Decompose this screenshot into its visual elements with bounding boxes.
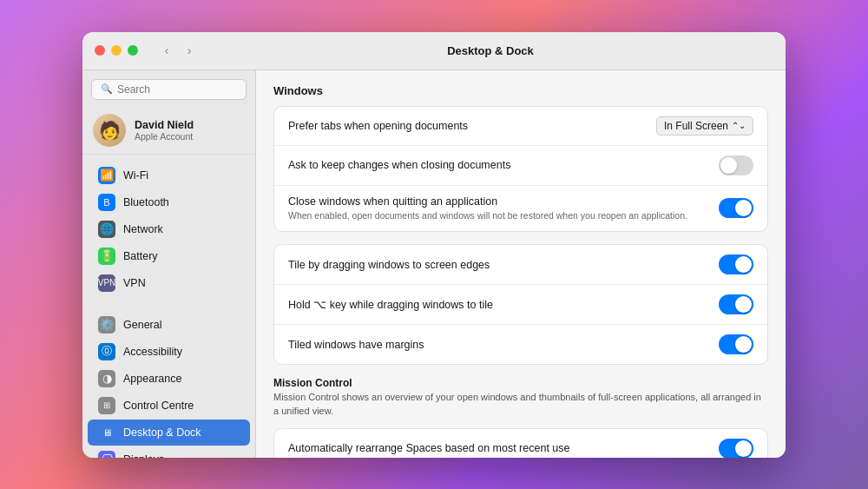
keep-changes-toggle[interactable] (719, 155, 753, 175)
rearrange-spaces-knob (735, 440, 752, 457)
search-input[interactable] (117, 83, 237, 96)
battery-icon: 🔋 (98, 248, 115, 265)
sidebar-item-battery[interactable]: 🔋 Battery (88, 243, 250, 269)
prefer-tabs-select[interactable]: In Full Screen ⌃⌄ (656, 116, 753, 135)
tiled-margins-label: Tiled windows have margins (288, 339, 708, 351)
sidebar-item-displays[interactable]: 🖵 Displays (88, 446, 250, 458)
tiled-margins-row: Tiled windows have margins (274, 325, 767, 364)
rearrange-spaces-row: Automatically rearrange Spaces based on … (274, 429, 767, 458)
minimize-button[interactable] (111, 45, 122, 56)
close-windows-sublabel: When enabled, open documents and windows… (288, 209, 708, 222)
sidebar-item-vpn[interactable]: VPN VPN (88, 270, 250, 296)
sidebar-item-appearance[interactable]: ◑ Appearance (88, 366, 250, 392)
network-icon: 🌐 (98, 221, 115, 238)
close-windows-toggle[interactable] (719, 198, 753, 218)
accessibility-label: Accessibility (123, 346, 182, 358)
rearrange-spaces-toggle[interactable] (719, 439, 753, 458)
tile-dragging-content: Tile by dragging windows to screen edges (288, 259, 719, 271)
general-icon: ⚙️ (98, 316, 115, 334)
hold-key-content: Hold ⌥ key while dragging windows to til… (288, 298, 719, 311)
rearrange-spaces-label: Automatically rearrange Spaces based on … (288, 442, 708, 454)
vpn-label: VPN (123, 277, 146, 289)
back-button[interactable]: ‹ (157, 41, 176, 60)
sidebar-item-accessibility[interactable]: ⓪ Accessibility (88, 339, 250, 365)
tile-dragging-label: Tile by dragging windows to screen edges (288, 259, 708, 271)
sidebar-item-desktop-dock[interactable]: 🖥 Desktop & Dock (88, 420, 250, 446)
desktop-dock-label: Desktop & Dock (123, 426, 201, 439)
prefer-tabs-value: In Full Screen (664, 120, 728, 132)
avatar: 🧑 (93, 114, 126, 147)
windows-section-label: Windows (273, 84, 768, 97)
wifi-label: Wi-Fi (123, 169, 148, 182)
close-windows-row: Close windows when quitting an applicati… (274, 186, 767, 232)
sidebar: 🔍 🧑 David Nield Apple Account 📶 Wi-Fi B (82, 70, 256, 458)
close-windows-content: Close windows when quitting an applicati… (288, 195, 719, 222)
control-centre-label: Control Centre (123, 400, 194, 412)
titlebar: ‹ › Desktop & Dock (82, 32, 786, 70)
sidebar-item-bluetooth[interactable]: B Bluetooth (88, 189, 250, 215)
tiling-settings-group: Tile by dragging windows to screen edges… (273, 244, 768, 365)
keep-changes-knob (720, 157, 737, 174)
tile-dragging-toggle[interactable] (719, 254, 753, 274)
forward-button[interactable]: › (180, 41, 199, 60)
mission-control-header: Mission Control (273, 377, 768, 389)
displays-icon: 🖵 (98, 451, 115, 458)
network-section: 📶 Wi-Fi B Bluetooth 🌐 Network 🔋 Battery … (82, 160, 255, 299)
user-name: David Nield (135, 119, 194, 131)
accessibility-icon: ⓪ (98, 343, 115, 360)
mission-control-settings-group: Automatically rearrange Spaces based on … (273, 428, 768, 458)
main-panel: Windows Prefer tabs when opening documen… (256, 70, 786, 458)
appearance-label: Appearance (123, 373, 181, 385)
sidebar-item-wifi[interactable]: 📶 Wi-Fi (88, 162, 250, 188)
maximize-button[interactable] (128, 45, 138, 56)
keep-changes-row: Ask to keep changes when closing documen… (274, 146, 767, 186)
bluetooth-label: Bluetooth (123, 196, 169, 208)
desktop-dock-icon: 🖥 (98, 424, 115, 441)
battery-label: Battery (123, 250, 158, 262)
mission-control-desc: Mission Control shows an overview of you… (273, 391, 768, 418)
tile-dragging-knob (735, 256, 752, 273)
keep-changes-content: Ask to keep changes when closing documen… (288, 159, 719, 171)
vpn-icon: VPN (98, 274, 115, 292)
window-title: Desktop & Dock (207, 44, 773, 57)
search-icon: 🔍 (101, 83, 113, 95)
keep-changes-label: Ask to keep changes when closing documen… (288, 159, 708, 171)
search-bar[interactable]: 🔍 (91, 79, 247, 100)
select-chevron-icon: ⌃⌄ (732, 121, 746, 130)
traffic-lights (95, 45, 138, 56)
hold-key-row: Hold ⌥ key while dragging windows to til… (274, 285, 767, 325)
user-profile[interactable]: 🧑 David Nield Apple Account (82, 107, 255, 155)
system-preferences-window: ‹ › Desktop & Dock 🔍 🧑 David Nield Apple… (82, 32, 786, 458)
sidebar-item-general[interactable]: ⚙️ General (88, 312, 250, 338)
hold-key-toggle[interactable] (719, 294, 753, 314)
tiled-margins-content: Tiled windows have margins (288, 339, 719, 351)
window-content: 🔍 🧑 David Nield Apple Account 📶 Wi-Fi B (82, 70, 786, 458)
windows-settings-group: Prefer tabs when opening documents In Fu… (273, 106, 768, 233)
general-label: General (123, 319, 161, 331)
prefer-tabs-label: Prefer tabs when opening documents (288, 120, 646, 132)
tiled-margins-toggle[interactable] (719, 334, 753, 354)
rearrange-spaces-content: Automatically rearrange Spaces based on … (288, 442, 719, 454)
displays-label: Displays (123, 453, 164, 458)
wifi-icon: 📶 (98, 167, 115, 184)
appearance-icon: ◑ (98, 370, 115, 387)
user-subtitle: Apple Account (135, 131, 194, 142)
tiled-margins-knob (735, 336, 752, 353)
hold-key-label: Hold ⌥ key while dragging windows to til… (288, 298, 708, 311)
close-button[interactable] (95, 45, 105, 56)
bluetooth-icon: B (98, 194, 115, 211)
network-label: Network (123, 223, 163, 235)
user-info: David Nield Apple Account (135, 119, 194, 142)
close-windows-knob (735, 200, 752, 216)
sidebar-item-network[interactable]: 🌐 Network (88, 216, 250, 242)
nav-buttons: ‹ › (157, 41, 199, 60)
system-section: ⚙️ General ⓪ Accessibility ◑ Appearance … (82, 309, 255, 458)
close-windows-label: Close windows when quitting an applicati… (288, 195, 708, 208)
prefer-tabs-content: Prefer tabs when opening documents (288, 120, 656, 132)
sidebar-item-control-centre[interactable]: ⊞ Control Centre (88, 393, 250, 419)
tile-dragging-row: Tile by dragging windows to screen edges (274, 245, 767, 285)
control-centre-icon: ⊞ (98, 397, 115, 414)
prefer-tabs-row: Prefer tabs when opening documents In Fu… (274, 107, 767, 146)
hold-key-knob (735, 296, 752, 313)
